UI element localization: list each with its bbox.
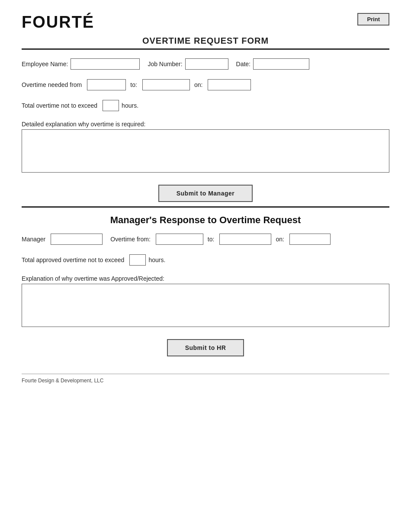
- overtime-from-input[interactable]: [87, 79, 126, 90]
- overtime-time-row: Overtime needed from to: on:: [22, 79, 389, 90]
- submit-hr-row: Submit to HR: [22, 339, 389, 356]
- overtime-on-input[interactable]: [208, 79, 251, 90]
- total-hours-input[interactable]: [103, 100, 119, 111]
- hours-label: hours.: [122, 102, 138, 109]
- manager-input[interactable]: [51, 234, 103, 245]
- date-label: Date:: [236, 61, 250, 67]
- manager-overtime-to-input[interactable]: [219, 234, 271, 245]
- overtime-needed-from-label: Overtime needed from: [22, 81, 82, 88]
- explanation-textarea[interactable]: [22, 129, 389, 173]
- manager-label: Manager: [22, 236, 45, 243]
- page: FOURTÉ Print OVERTIME REQUEST FORM Emplo…: [0, 0, 411, 532]
- employee-info-row: Employee Name: Job Number: Date:: [22, 58, 389, 70]
- footer-text: Fourte Design & Development, LLC: [22, 378, 103, 384]
- manager-overtime-from-input[interactable]: [156, 234, 203, 245]
- print-button[interactable]: Print: [357, 13, 389, 26]
- title-divider: [22, 48, 389, 50]
- manager-explanation-label: Explanation of why overtime was Approved…: [22, 275, 389, 282]
- approved-hours-input[interactable]: [129, 254, 146, 266]
- explanation-label: Detailed explanation why overtime is req…: [22, 121, 389, 128]
- total-approved-label: Total approved overtime not to exceed: [22, 256, 124, 263]
- submit-to-manager-button[interactable]: Submit to Manager: [158, 185, 253, 202]
- explanation-section: Detailed explanation why overtime is req…: [22, 121, 389, 173]
- job-number-input[interactable]: [185, 58, 228, 70]
- to-label: to:: [130, 81, 137, 88]
- manager-section-title: Manager's Response to Overtime Request: [22, 215, 389, 226]
- overtime-to-input[interactable]: [142, 79, 190, 90]
- submit-manager-row: Submit to Manager: [22, 185, 389, 202]
- manager-to-label: to:: [208, 236, 215, 243]
- manager-info-row: Manager Overtime from: to: on:: [22, 234, 389, 245]
- employee-name-input[interactable]: [71, 58, 140, 70]
- section-divider: [22, 206, 389, 208]
- submit-to-hr-button[interactable]: Submit to HR: [167, 339, 244, 356]
- total-overtime-label: Total overtime not to exceed: [22, 102, 97, 109]
- approved-hours-label: hours.: [148, 256, 165, 263]
- manager-overtime-on-input[interactable]: [289, 234, 331, 245]
- footer: Fourte Design & Development, LLC: [22, 374, 389, 384]
- manager-on-label: on:: [276, 236, 284, 243]
- job-number-label: Job Number:: [148, 61, 182, 67]
- total-overtime-row: Total overtime not to exceed hours.: [22, 100, 389, 111]
- date-input[interactable]: [253, 58, 309, 70]
- manager-explanation-textarea[interactable]: [22, 284, 389, 327]
- form-title: OVERTIME REQUEST FORM: [22, 36, 389, 46]
- on-label: on:: [194, 81, 202, 88]
- logo: FOURTÉ: [22, 13, 94, 32]
- employee-name-label: Employee Name:: [22, 61, 68, 67]
- manager-overtime-from-label: Overtime from:: [110, 236, 151, 243]
- header: FOURTÉ Print: [22, 13, 389, 32]
- total-approved-row: Total approved overtime not to exceed ho…: [22, 254, 389, 266]
- manager-explanation-section: Explanation of why overtime was Approved…: [22, 275, 389, 327]
